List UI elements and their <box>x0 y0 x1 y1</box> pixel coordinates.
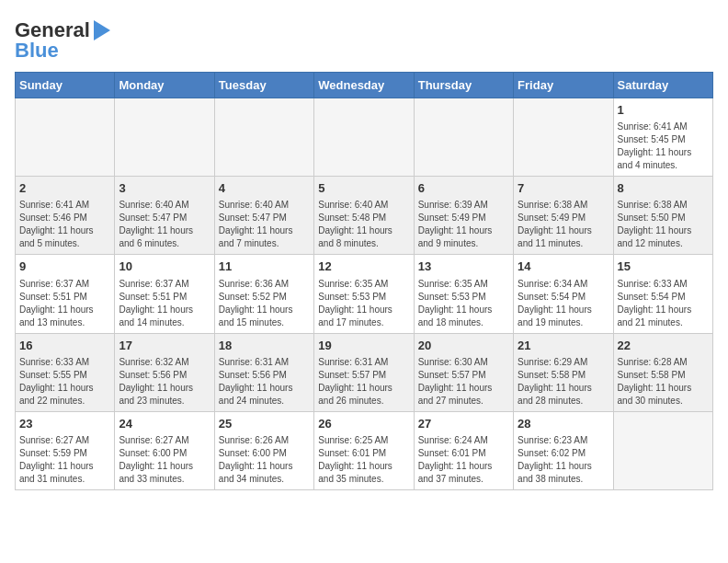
day-number: 23 <box>19 416 110 432</box>
calendar-cell: 21Sunrise: 6:29 AM Sunset: 5:58 PM Dayli… <box>514 333 613 411</box>
day-info: Sunrise: 6:25 AM Sunset: 6:01 PM Dayligh… <box>318 434 409 486</box>
calendar-cell: 15Sunrise: 6:33 AM Sunset: 5:54 PM Dayli… <box>613 255 712 333</box>
day-info: Sunrise: 6:37 AM Sunset: 5:51 PM Dayligh… <box>119 278 210 329</box>
day-info: Sunrise: 6:33 AM Sunset: 5:55 PM Dayligh… <box>19 356 110 408</box>
calendar-cell: 4Sunrise: 6:40 AM Sunset: 5:47 PM Daylig… <box>214 177 313 255</box>
day-number: 1 <box>618 102 709 119</box>
week-row-1: 1Sunrise: 6:41 AM Sunset: 5:45 PM Daylig… <box>16 98 713 177</box>
day-number: 16 <box>19 338 110 354</box>
day-number: 14 <box>518 259 609 275</box>
day-info: Sunrise: 6:35 AM Sunset: 5:53 PM Dayligh… <box>418 278 509 329</box>
calendar-cell: 5Sunrise: 6:40 AM Sunset: 5:48 PM Daylig… <box>314 177 414 255</box>
calendar-cell: 2Sunrise: 6:41 AM Sunset: 5:46 PM Daylig… <box>16 177 115 255</box>
day-number: 13 <box>418 259 509 275</box>
calendar-cell: 26Sunrise: 6:25 AM Sunset: 6:01 PM Dayli… <box>314 411 414 489</box>
day-number: 11 <box>219 259 310 275</box>
calendar-cell: 1Sunrise: 6:41 AM Sunset: 5:45 PM Daylig… <box>613 98 712 177</box>
day-info: Sunrise: 6:26 AM Sunset: 6:00 PM Dayligh… <box>219 434 310 486</box>
day-info: Sunrise: 6:32 AM Sunset: 5:56 PM Dayligh… <box>119 356 210 408</box>
day-info: Sunrise: 6:24 AM Sunset: 6:01 PM Dayligh… <box>418 434 509 486</box>
calendar-table: SundayMondayTuesdayWednesdayThursdayFrid… <box>15 72 713 490</box>
day-header-thursday: Thursday <box>414 73 513 98</box>
calendar-cell: 9Sunrise: 6:37 AM Sunset: 5:51 PM Daylig… <box>16 255 115 333</box>
calendar-cell <box>214 98 313 177</box>
day-info: Sunrise: 6:33 AM Sunset: 5:54 PM Dayligh… <box>618 278 709 329</box>
day-info: Sunrise: 6:38 AM Sunset: 5:49 PM Dayligh… <box>518 199 609 250</box>
day-number: 8 <box>618 180 709 197</box>
day-header-saturday: Saturday <box>613 73 712 98</box>
day-number: 6 <box>418 180 509 197</box>
calendar-cell: 20Sunrise: 6:30 AM Sunset: 5:57 PM Dayli… <box>414 333 513 411</box>
day-info: Sunrise: 6:37 AM Sunset: 5:51 PM Dayligh… <box>19 278 110 329</box>
calendar-cell: 12Sunrise: 6:35 AM Sunset: 5:53 PM Dayli… <box>314 255 414 333</box>
calendar-cell <box>115 98 214 177</box>
day-number: 7 <box>518 180 609 197</box>
logo-arrow-icon <box>94 20 110 40</box>
day-info: Sunrise: 6:35 AM Sunset: 5:53 PM Dayligh… <box>318 278 409 329</box>
day-number: 25 <box>219 416 310 432</box>
day-number: 19 <box>318 338 409 354</box>
calendar-cell: 11Sunrise: 6:36 AM Sunset: 5:52 PM Dayli… <box>214 255 313 333</box>
calendar-cell: 22Sunrise: 6:28 AM Sunset: 5:58 PM Dayli… <box>613 333 712 411</box>
calendar-cell: 28Sunrise: 6:23 AM Sunset: 6:02 PM Dayli… <box>514 411 613 489</box>
logo: General Blue <box>15 15 110 63</box>
day-number: 21 <box>518 338 609 354</box>
calendar-cell: 25Sunrise: 6:26 AM Sunset: 6:00 PM Dayli… <box>214 411 313 489</box>
calendar-cell <box>414 98 513 177</box>
day-number: 9 <box>19 259 110 275</box>
calendar-cell: 7Sunrise: 6:38 AM Sunset: 5:49 PM Daylig… <box>514 177 613 255</box>
calendar-cell: 16Sunrise: 6:33 AM Sunset: 5:55 PM Dayli… <box>16 333 115 411</box>
calendar-cell: 17Sunrise: 6:32 AM Sunset: 5:56 PM Dayli… <box>115 333 214 411</box>
day-info: Sunrise: 6:41 AM Sunset: 5:45 PM Dayligh… <box>618 121 709 172</box>
day-number: 17 <box>119 338 210 354</box>
calendar-cell: 24Sunrise: 6:27 AM Sunset: 6:00 PM Dayli… <box>115 411 214 489</box>
calendar-cell <box>514 98 613 177</box>
day-number: 26 <box>318 416 409 432</box>
day-info: Sunrise: 6:27 AM Sunset: 6:00 PM Dayligh… <box>119 434 210 486</box>
calendar-cell: 19Sunrise: 6:31 AM Sunset: 5:57 PM Dayli… <box>314 333 414 411</box>
calendar-cell <box>314 98 414 177</box>
day-info: Sunrise: 6:30 AM Sunset: 5:57 PM Dayligh… <box>418 356 509 408</box>
calendar-cell: 23Sunrise: 6:27 AM Sunset: 5:59 PM Dayli… <box>16 411 115 489</box>
header: General Blue <box>15 15 713 63</box>
week-row-3: 9Sunrise: 6:37 AM Sunset: 5:51 PM Daylig… <box>16 255 713 333</box>
day-info: Sunrise: 6:29 AM Sunset: 5:58 PM Dayligh… <box>518 356 609 408</box>
week-row-2: 2Sunrise: 6:41 AM Sunset: 5:46 PM Daylig… <box>16 177 713 255</box>
day-header-monday: Monday <box>115 73 214 98</box>
day-number: 2 <box>19 180 110 197</box>
day-info: Sunrise: 6:39 AM Sunset: 5:49 PM Dayligh… <box>418 199 509 250</box>
week-row-5: 23Sunrise: 6:27 AM Sunset: 5:59 PM Dayli… <box>16 411 713 489</box>
day-number: 24 <box>119 416 210 432</box>
day-number: 4 <box>219 180 310 197</box>
calendar-cell: 14Sunrise: 6:34 AM Sunset: 5:54 PM Dayli… <box>514 255 613 333</box>
calendar-cell: 13Sunrise: 6:35 AM Sunset: 5:53 PM Dayli… <box>414 255 513 333</box>
day-header-sunday: Sunday <box>16 73 115 98</box>
day-info: Sunrise: 6:41 AM Sunset: 5:46 PM Dayligh… <box>19 199 110 250</box>
day-info: Sunrise: 6:31 AM Sunset: 5:57 PM Dayligh… <box>318 356 409 408</box>
logo-blue: Blue <box>15 39 59 63</box>
day-number: 28 <box>518 416 609 432</box>
day-info: Sunrise: 6:23 AM Sunset: 6:02 PM Dayligh… <box>518 434 609 486</box>
day-info: Sunrise: 6:38 AM Sunset: 5:50 PM Dayligh… <box>618 199 709 250</box>
day-number: 22 <box>618 338 709 354</box>
day-number: 3 <box>119 180 210 197</box>
week-row-4: 16Sunrise: 6:33 AM Sunset: 5:55 PM Dayli… <box>16 333 713 411</box>
day-number: 5 <box>318 180 409 197</box>
calendar-cell: 10Sunrise: 6:37 AM Sunset: 5:51 PM Dayli… <box>115 255 214 333</box>
day-info: Sunrise: 6:36 AM Sunset: 5:52 PM Dayligh… <box>219 278 310 329</box>
day-number: 18 <box>219 338 310 354</box>
day-header-tuesday: Tuesday <box>214 73 313 98</box>
day-number: 12 <box>318 259 409 275</box>
day-info: Sunrise: 6:40 AM Sunset: 5:47 PM Dayligh… <box>219 199 310 250</box>
calendar-cell: 27Sunrise: 6:24 AM Sunset: 6:01 PM Dayli… <box>414 411 513 489</box>
calendar-cell: 6Sunrise: 6:39 AM Sunset: 5:49 PM Daylig… <box>414 177 513 255</box>
day-info: Sunrise: 6:40 AM Sunset: 5:47 PM Dayligh… <box>119 199 210 250</box>
day-info: Sunrise: 6:27 AM Sunset: 5:59 PM Dayligh… <box>19 434 110 486</box>
calendar-cell: 3Sunrise: 6:40 AM Sunset: 5:47 PM Daylig… <box>115 177 214 255</box>
day-number: 27 <box>418 416 509 432</box>
days-header-row: SundayMondayTuesdayWednesdayThursdayFrid… <box>16 73 713 98</box>
calendar-cell <box>16 98 115 177</box>
day-info: Sunrise: 6:31 AM Sunset: 5:56 PM Dayligh… <box>219 356 310 408</box>
day-info: Sunrise: 6:40 AM Sunset: 5:48 PM Dayligh… <box>318 199 409 250</box>
day-info: Sunrise: 6:34 AM Sunset: 5:54 PM Dayligh… <box>518 278 609 329</box>
